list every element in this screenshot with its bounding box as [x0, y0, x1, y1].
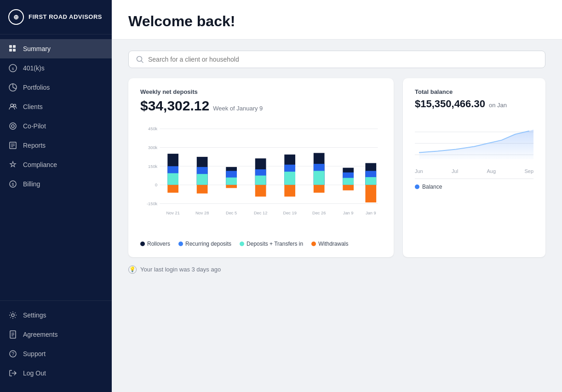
svg-text:$: $: [11, 182, 14, 187]
svg-rect-52: [255, 176, 266, 185]
svg-text:0: 0: [155, 183, 157, 187]
x-label-sep: Sep: [524, 168, 533, 174]
svg-text:Dec 19: Dec 19: [283, 211, 296, 215]
main-content: Weekly net deposits $34,302.12 Week of J…: [112, 40, 562, 392]
sidebar-label-compliance: Compliance: [23, 161, 57, 168]
sidebar-label-portfolios: Portfolios: [23, 84, 50, 91]
sidebar-label-settings: Settings: [23, 311, 46, 319]
svg-point-19: [11, 314, 14, 317]
svg-rect-64: [343, 178, 354, 185]
settings-icon: [8, 311, 17, 320]
svg-rect-60: [314, 171, 325, 184]
search-icon: [136, 56, 143, 63]
sidebar-label-clients: Clients: [23, 103, 43, 110]
sidebar-item-agreements[interactable]: Agreements: [0, 325, 112, 344]
svg-rect-40: [167, 173, 178, 184]
legend-dot-rollovers: [140, 242, 145, 246]
svg-rect-56: [284, 172, 295, 185]
svg-text:-150k: -150k: [147, 202, 158, 206]
summary-icon: [8, 44, 17, 53]
balance-legend: Balance: [415, 184, 533, 190]
svg-text:Nov 28: Nov 28: [195, 211, 209, 215]
page-title: Welcome back!: [128, 13, 545, 30]
logo-text: First Road Advisors: [29, 13, 102, 21]
svg-text:Dec 5: Dec 5: [226, 211, 237, 215]
svg-rect-57: [284, 185, 295, 196]
sidebar-item-copilot[interactable]: Co-Pilot: [0, 116, 112, 136]
legend-withdrawals: Withdrawals: [311, 241, 348, 247]
mini-line-chart: Jun Jul Aug Sep: [415, 118, 533, 174]
svg-rect-68: [365, 177, 376, 185]
svg-rect-61: [314, 185, 325, 193]
svg-text:450k: 450k: [148, 127, 158, 131]
sidebar-item-support[interactable]: ? Support: [0, 344, 112, 363]
svg-text:Dec 26: Dec 26: [312, 211, 326, 215]
sidebar-item-reports[interactable]: Reports: [0, 136, 112, 155]
svg-rect-69: [365, 185, 376, 202]
weekly-deposits-label: Weekly net deposits: [140, 88, 382, 95]
clients-icon: [8, 102, 17, 111]
svg-rect-65: [343, 185, 354, 190]
login-hint-text: Your last login was 3 days ago: [140, 266, 221, 273]
401ks-icon: $: [8, 63, 17, 73]
compliance-icon: [8, 160, 17, 169]
sidebar-item-settings[interactable]: Settings: [0, 306, 112, 325]
search-input[interactable]: [148, 56, 538, 63]
svg-point-10: [14, 104, 16, 107]
svg-text:$: $: [12, 67, 14, 71]
sidebar-item-compliance[interactable]: Compliance: [0, 155, 112, 174]
total-balance-value: $15,350,466.30: [415, 98, 485, 110]
svg-line-27: [141, 61, 143, 63]
svg-point-11: [10, 123, 16, 129]
logo-area: ⊕ First Road Advisors: [0, 0, 112, 35]
sidebar-label-reports: Reports: [23, 142, 46, 149]
total-balance-card: Total balance $15,350,466.30 on Jan: [403, 78, 545, 257]
sidebar-item-401ks[interactable]: $ 401(k)s: [0, 58, 112, 78]
cards-row: Weekly net deposits $34,302.12 Week of J…: [128, 78, 545, 257]
sidebar-item-portfolios[interactable]: Portfolios: [0, 78, 112, 97]
portfolios-icon: [8, 83, 17, 92]
svg-rect-53: [255, 185, 266, 196]
logout-icon: [8, 369, 17, 378]
sidebar-item-logout[interactable]: Log Out: [0, 363, 112, 383]
sidebar-item-summary[interactable]: Summary: [0, 39, 112, 58]
main-area: Welcome back! Weekly net deposits $34,30…: [112, 0, 562, 392]
legend-label-withdrawals: Withdrawals: [318, 241, 348, 247]
svg-rect-2: [9, 49, 12, 52]
sidebar: ⊕ First Road Advisors Summary $ 401(k)s …: [0, 0, 112, 392]
x-label-jul: Jul: [452, 168, 458, 174]
legend-dot-withdrawals: [311, 242, 316, 246]
sidebar-item-clients[interactable]: Clients: [0, 97, 112, 116]
chart-legend: Rollovers Recurring deposits Deposits + …: [140, 241, 382, 247]
legend-rollovers: Rollovers: [140, 241, 170, 247]
balance-legend-label: Balance: [422, 184, 442, 190]
svg-text:?: ?: [11, 351, 14, 357]
sidebar-label-401ks: 401(k)s: [23, 64, 45, 72]
search-bar[interactable]: [128, 51, 545, 68]
total-balance-subtitle: on Jan: [489, 102, 507, 109]
svg-text:Jan 9: Jan 9: [366, 211, 376, 215]
svg-line-8: [13, 87, 16, 89]
legend-recurring: Recurring deposits: [178, 241, 231, 247]
page-header: Welcome back!: [112, 0, 562, 40]
nav-main: Summary $ 401(k)s Portfolios Clients: [0, 35, 112, 300]
x-label-aug: Aug: [487, 168, 496, 174]
svg-rect-45: [197, 185, 208, 194]
sidebar-label-support: Support: [23, 350, 46, 357]
svg-rect-0: [9, 45, 12, 48]
line-chart-svg: [415, 118, 533, 164]
mini-chart-x-labels: Jun Jul Aug Sep: [415, 168, 533, 174]
weekly-deposits-subtitle: Week of January 9: [213, 105, 263, 112]
sidebar-item-billing[interactable]: $ Billing: [0, 174, 112, 194]
bar-chart-svg: 450k 300k 150k 0 -150k: [140, 121, 382, 234]
nav-bottom: Settings Agreements ? Support Log Out: [0, 300, 112, 392]
sidebar-label-logout: Log Out: [23, 369, 46, 377]
weekly-deposits-value: $34,302.12: [140, 98, 209, 114]
svg-text:Nov 21: Nov 21: [166, 211, 179, 215]
x-label-jun: Jun: [415, 168, 423, 174]
billing-icon: $: [8, 179, 17, 189]
copilot-icon: [8, 121, 17, 131]
reports-icon: [8, 141, 17, 150]
support-icon: ?: [8, 349, 17, 358]
svg-rect-1: [13, 45, 16, 48]
